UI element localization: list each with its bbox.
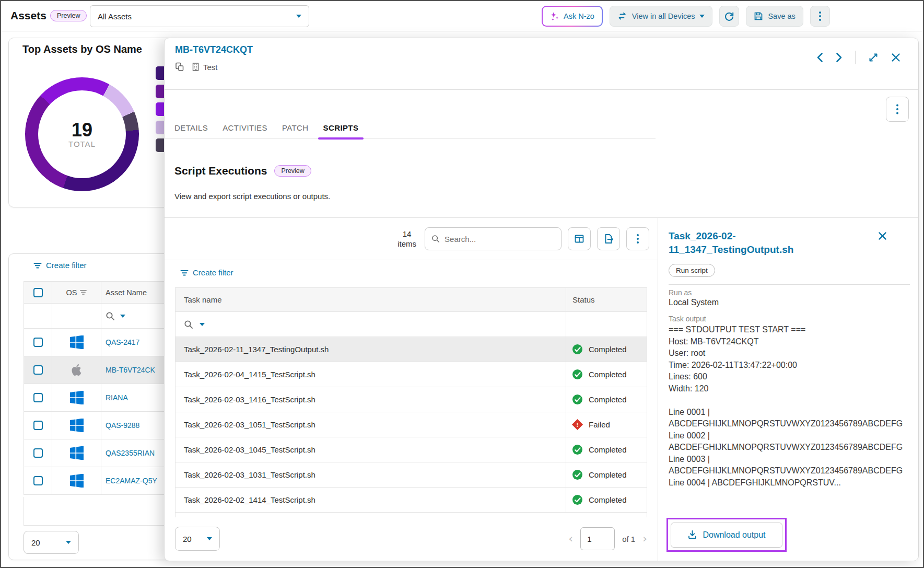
task-row[interactable]: Task_2026-02-04_1415_TestScript.shComple…: [176, 362, 647, 387]
asset-scope-select[interactable]: All Assets: [90, 5, 309, 27]
assets-filter-row: [24, 304, 177, 329]
executions-page-size-select[interactable]: 20: [175, 527, 220, 551]
tab-scripts[interactable]: SCRIPTS: [323, 117, 359, 138]
panel-nav: [816, 51, 900, 64]
completed-icon: [572, 369, 582, 379]
select-all-checkbox[interactable]: [33, 288, 43, 297]
task-status-cell: Completed: [566, 362, 647, 387]
app-window: Assets Preview All Assets Ask N-zo: [0, 0, 924, 568]
status-text: Completed: [589, 395, 627, 404]
close-icon[interactable]: [891, 53, 900, 62]
os-donut-chart[interactable]: 19 TOTAL: [25, 77, 139, 191]
task-name-cell: Task_2026-02-03_1045_TestScript.sh: [176, 437, 566, 462]
task-row[interactable]: Task_2026-02-03_1031_TestScript.shComple…: [176, 462, 647, 488]
asset-row[interactable]: MB-T6VT24CK: [24, 356, 177, 384]
tab-details[interactable]: DETAILS: [174, 117, 208, 138]
task-row[interactable]: Task_2026-02-02_1414_TestScript.shComple…: [176, 488, 647, 513]
divider: [165, 89, 918, 90]
asset-row[interactable]: QAS-2417: [24, 329, 177, 356]
sidebar-create-filter-link[interactable]: Create filter: [33, 261, 87, 270]
view-in-all-devices-button[interactable]: View in all Devices: [610, 6, 713, 27]
executions-search[interactable]: [425, 227, 562, 250]
assets-list-card: Create filter OS Asset Name: [8, 253, 181, 560]
task-title-link[interactable]: Task_2026-02-11_1347_TestingOutput.sh: [669, 229, 832, 257]
run-script-badge: Run script: [669, 264, 715, 277]
top-bar: Assets Preview All Assets Ask N-zo: [1, 1, 923, 31]
executions-search-input[interactable]: [445, 235, 555, 244]
windows-icon: [70, 474, 84, 488]
completed-icon: [572, 445, 582, 455]
task-name-cell: Task_2026-02-11_1347_TestingOutput.sh: [176, 337, 566, 362]
next-page-icon[interactable]: ›: [642, 533, 647, 544]
row-checkbox[interactable]: [33, 476, 43, 485]
completed-icon: [572, 344, 582, 354]
export-button[interactable]: [597, 227, 620, 250]
preview-badge: Preview: [50, 10, 87, 21]
ask-nzo-button[interactable]: Ask N-zo: [542, 6, 603, 27]
asset-kebab-menu[interactable]: [886, 97, 909, 122]
kebab-icon: [637, 234, 639, 244]
row-checkbox[interactable]: [33, 448, 43, 458]
os-column-header[interactable]: OS: [52, 282, 101, 303]
donut-center: 19 TOTAL: [38, 90, 126, 178]
asset-name-link[interactable]: EC2AMAZ-Q5Y: [106, 477, 157, 485]
column-filter-icon: [80, 289, 87, 295]
column-settings-button[interactable]: [568, 227, 591, 250]
asset-name-link[interactable]: QAS-2417: [106, 338, 139, 346]
windows-icon: [70, 446, 84, 460]
kebab-icon: [819, 11, 821, 21]
row-checkbox[interactable]: [33, 393, 43, 402]
previous-asset-icon[interactable]: [816, 52, 823, 63]
page-of-label: of 1: [622, 535, 635, 543]
chevron-down-icon: [699, 15, 705, 18]
asset-subtitle-row: Test: [175, 62, 218, 72]
previous-page-icon[interactable]: ‹: [568, 533, 573, 544]
task-name-cell: Task_2026-02-04_1415_TestScript.sh: [176, 362, 566, 387]
save-as-button[interactable]: Save as: [746, 6, 803, 27]
tab-activities[interactable]: ACTIVITIES: [223, 117, 267, 138]
page-number-input[interactable]: [580, 527, 615, 550]
asset-name-link[interactable]: QAS2355RIAN: [106, 449, 155, 457]
completed-icon: [572, 495, 582, 505]
row-checkbox[interactable]: [33, 338, 43, 347]
section-preview-badge: Preview: [274, 165, 311, 177]
asset-name-link[interactable]: RIANA: [106, 393, 128, 402]
task-output-label: Task output: [669, 315, 910, 323]
asset-row[interactable]: QAS2355RIAN: [24, 439, 177, 467]
sparkle-icon: [550, 11, 559, 21]
top-assets-card: Top Assets by OS Name 19 TOTAL: [8, 38, 181, 207]
asset-name-link[interactable]: MB-T6VT24CK: [106, 366, 155, 374]
asset-name-link[interactable]: QAS-9288: [106, 421, 139, 430]
refresh-button[interactable]: [719, 6, 739, 27]
task-status-cell: Completed: [566, 337, 647, 362]
download-output-button[interactable]: Download output: [671, 523, 782, 548]
close-task-panel-icon[interactable]: [878, 231, 887, 240]
topbar-kebab-menu[interactable]: [810, 6, 830, 27]
task-status-cell: Completed: [566, 437, 647, 462]
task-row[interactable]: Task_2026-02-11_1347_TestingOutput.shCom…: [176, 337, 647, 362]
task-name-cell: Task_2026-02-03_1031_TestScript.sh: [176, 462, 566, 487]
row-checkbox[interactable]: [33, 365, 43, 375]
asset-row[interactable]: RIANA: [24, 384, 177, 412]
task-row[interactable]: Task_2026-02-03_1045_TestScript.shComple…: [176, 437, 647, 462]
asset-title-link[interactable]: MB-T6VT24CKQT: [175, 44, 253, 55]
run-as-value: Local System: [669, 298, 910, 307]
chevron-down-icon: [207, 537, 212, 540]
divider: [669, 284, 910, 285]
expand-icon[interactable]: [868, 52, 879, 63]
devices-icon: [175, 62, 184, 72]
next-asset-icon[interactable]: [836, 52, 843, 63]
status-column-header[interactable]: Status: [566, 288, 647, 311]
asset-row[interactable]: QAS-9288: [24, 412, 177, 439]
asset-row[interactable]: EC2AMAZ-Q5Y: [24, 467, 177, 495]
task-name-cell: Task_2026-02-03_1416_TestScript.sh: [176, 387, 566, 412]
task-row[interactable]: Task_2026-02-03_1051_TestScript.sh!Faile…: [176, 412, 647, 437]
row-checkbox[interactable]: [33, 421, 43, 430]
sidebar-page-size-select[interactable]: 20: [24, 531, 79, 554]
task-row[interactable]: Task_2026-02-03_1416_TestScript.shComple…: [176, 387, 647, 412]
task-name-search[interactable]: [176, 312, 566, 337]
executions-kebab-menu[interactable]: [626, 227, 649, 250]
tab-patch[interactable]: PATCH: [282, 117, 309, 138]
task-name-column-header[interactable]: Task name: [176, 288, 566, 311]
executions-create-filter-link[interactable]: Create filter: [180, 268, 233, 277]
